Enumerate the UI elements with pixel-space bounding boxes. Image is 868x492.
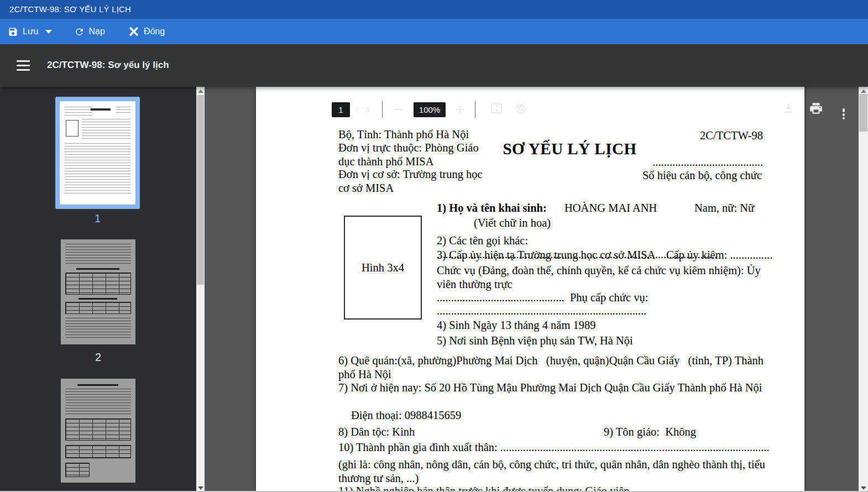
download-icon bbox=[782, 102, 795, 117]
pdf-toolbar: 2C/TCTW-98: Sơ yếu lý lịch / 4 100% bbox=[0, 44, 868, 87]
doc-dotted-line: ........................................… bbox=[437, 304, 646, 318]
doc-item5: 5) Nơi sinh Bệnh viện phụ sản TW, Hà Nội bbox=[437, 334, 633, 348]
doc-position: Chức vụ (Đảng, đoàn thể, chính quyền, kể… bbox=[437, 264, 768, 291]
main-scrollbar[interactable] bbox=[859, 87, 868, 492]
doc-staff-id-label: Số hiệu cán bộ, công chức bbox=[642, 169, 762, 182]
save-button-label: Lưu bbox=[23, 27, 39, 36]
doc-org-line-2: Đơn vị trực thuộc: Phòng Giáo dục thành … bbox=[338, 141, 493, 168]
doc-item1-name: HOÀNG MAI ANH bbox=[564, 201, 657, 215]
save-button[interactable]: Lưu bbox=[4, 19, 55, 44]
close-button[interactable]: Đóng bbox=[125, 19, 168, 44]
thumbnail-page-2-number: 2 bbox=[61, 351, 135, 364]
doc-item1-note: (Viết chữ in hoa) bbox=[474, 216, 551, 230]
doc-item10: 10) Thành phần gia đình xuất thân: .....… bbox=[338, 441, 770, 454]
reload-button-label: Nạp bbox=[89, 27, 105, 36]
action-bar: Lưu Nạp Đóng bbox=[0, 19, 868, 44]
plus-icon bbox=[456, 105, 464, 114]
close-button-label: Đóng bbox=[144, 27, 165, 36]
doc-org-line-1: Bộ, Tỉnh: Thành phố Hà Nội bbox=[338, 128, 493, 142]
more-options-button[interactable] bbox=[836, 102, 851, 117]
refresh-icon bbox=[74, 27, 85, 37]
rotate-button[interactable] bbox=[513, 102, 529, 117]
doc-item1-label: 1) Họ và tên khai sinh: bbox=[437, 201, 547, 215]
doc-org-line-3: Đơn vị cơ sở: Trường trung học cơ sở MIS… bbox=[338, 168, 493, 195]
thumbnail-page-1[interactable] bbox=[55, 97, 140, 209]
thumbnail-page-3[interactable] bbox=[61, 379, 135, 483]
doc-item1-gender: Nam, nữ: Nữ bbox=[694, 201, 754, 215]
print-button[interactable] bbox=[808, 102, 824, 117]
scroll-up-arrow[interactable] bbox=[196, 87, 205, 95]
chevron-down-icon bbox=[45, 30, 52, 34]
main-scrollbar-thumb[interactable] bbox=[859, 94, 867, 132]
doc-phone: Điện thoại: 0988415659 bbox=[351, 409, 461, 422]
page-number-input[interactable] bbox=[332, 102, 350, 117]
sidebar-scrollbar[interactable] bbox=[196, 87, 205, 492]
fit-to-page-button[interactable] bbox=[489, 102, 504, 117]
pdf-doc-title: 2C/TCTW-98: Sơ yếu lý lịch bbox=[47, 60, 169, 71]
pdf-viewer: 1 2 Bộ, Tỉnh: Thành phố Hà Nội Đơn vị bbox=[0, 87, 868, 492]
minus-icon bbox=[394, 109, 402, 110]
doc-allowance: ........................................… bbox=[437, 291, 648, 305]
doc-item9: 9) Tôn giáo: Không bbox=[604, 425, 696, 439]
printer-icon bbox=[809, 101, 823, 118]
doc-item7: 7) Nơi ở hiện nay: Số 20 Hồ Tùng Mậu Phư… bbox=[338, 381, 775, 395]
close-x-icon bbox=[128, 26, 139, 37]
photo-placeholder-label: Hình 3x4 bbox=[362, 261, 404, 274]
window-titlebar: 2C/TCTW-98: SƠ YẾU LÝ LỊCH bbox=[0, 0, 868, 19]
reload-button[interactable]: Nạp bbox=[71, 19, 108, 44]
doc-item3: 3) Cấp ủy hiện tạ Trường trung học cơ sở… bbox=[437, 248, 772, 262]
photo-placeholder-box: Hình 3x4 bbox=[344, 216, 422, 320]
page-separator: / bbox=[355, 105, 358, 114]
download-button[interactable] bbox=[781, 102, 796, 117]
zoom-level[interactable]: 100% bbox=[414, 102, 446, 117]
doc-item4: 4) Sinh Ngày 13 tháng 4 năm 1989 bbox=[437, 318, 596, 332]
document-page-1: Bộ, Tỉnh: Thành phố Hà Nội Đơn vị trực t… bbox=[256, 87, 804, 492]
thumbnail-page-2[interactable] bbox=[61, 239, 135, 344]
thumbnail-sidebar: 1 2 bbox=[0, 87, 196, 492]
doc-form-code: 2C/TCTW-98 bbox=[700, 129, 763, 143]
thumbnail-page-1-number: 1 bbox=[55, 212, 140, 225]
kebab-dots-icon bbox=[843, 108, 845, 111]
doc-staff-dotted-line: ....................................... bbox=[652, 155, 763, 169]
menu-icon[interactable] bbox=[17, 60, 30, 71]
document-area: Bộ, Tỉnh: Thành phố Hà Nội Đơn vị trực t… bbox=[205, 87, 859, 492]
doc-item8: 8) Dân tộc: Kinh bbox=[338, 425, 415, 439]
toolbar-divider bbox=[382, 101, 383, 118]
floppy-disk-icon bbox=[8, 27, 18, 37]
doc-item6: 6) Quê quán:(xã, phường)Phường Mai Dịch … bbox=[338, 354, 775, 381]
zoom-out-button[interactable] bbox=[390, 102, 406, 117]
window-title: 2C/TCTW-98: SƠ YẾU LÝ LỊCH bbox=[9, 4, 131, 14]
doc-item10-note: (ghi là: công nhân, nông dân, cán bộ, cô… bbox=[338, 458, 775, 485]
fit-to-page-icon bbox=[489, 101, 504, 118]
toolbar-divider bbox=[475, 101, 475, 118]
page-total: 4 bbox=[365, 105, 369, 114]
zoom-in-button[interactable] bbox=[452, 102, 468, 117]
rotate-ccw-icon bbox=[514, 101, 528, 118]
doc-title: SƠ YẾU LÝ LỊCH bbox=[502, 142, 637, 156]
thumbnail-page-1-preview bbox=[60, 101, 135, 205]
sidebar-scrollbar-thumb[interactable] bbox=[197, 95, 204, 285]
